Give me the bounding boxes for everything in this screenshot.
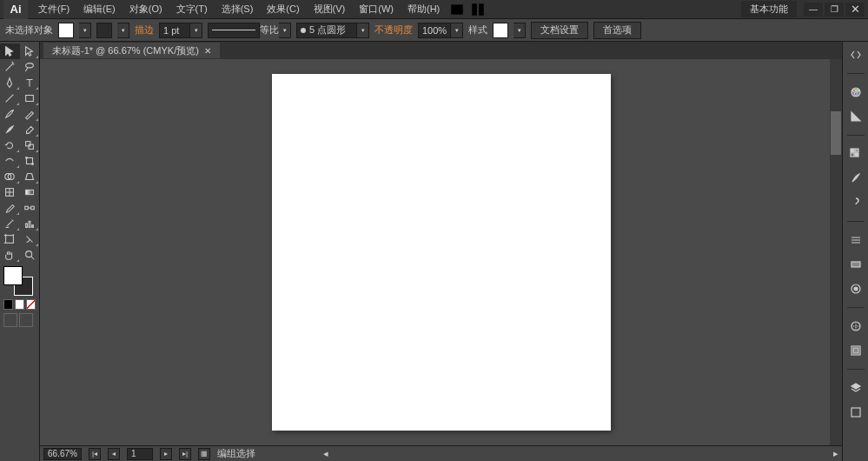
svg-point-8 (25, 157, 27, 159)
status-nav-right[interactable]: ▸ (833, 448, 838, 459)
rectangle-tool[interactable] (20, 90, 40, 106)
zoom-tool[interactable] (20, 247, 40, 263)
artboards-panel-icon[interactable] (846, 403, 865, 422)
stroke-panel-icon[interactable] (846, 230, 865, 250)
menu-object[interactable]: 对象(O) (123, 0, 169, 19)
mesh-tool[interactable] (0, 184, 20, 200)
window-maximize[interactable]: ❐ (825, 3, 844, 17)
status-nav-left[interactable]: ◂ (323, 448, 328, 459)
prefs-button[interactable]: 首选项 (593, 22, 641, 39)
graphic-styles-panel-icon[interactable] (846, 341, 865, 360)
color-mode-none[interactable] (26, 299, 36, 310)
artboard-number[interactable]: 1 (127, 448, 153, 460)
blend-tool[interactable] (20, 200, 40, 216)
blob-brush-tool[interactable] (0, 122, 20, 137)
first-artboard-btn[interactable]: |◂ (89, 448, 101, 460)
gradient-panel-icon[interactable] (846, 255, 865, 274)
menu-view[interactable]: 视图(V) (307, 0, 353, 19)
artboard-tool[interactable] (0, 231, 20, 247)
brushes-panel-icon[interactable] (846, 169, 865, 188)
opacity-input[interactable]: 100% (418, 23, 451, 38)
close-tab-icon[interactable]: ✕ (204, 46, 211, 56)
align-icon[interactable] (649, 23, 665, 38)
menu-help[interactable]: 帮助(H) (401, 0, 447, 19)
symbol-sprayer-tool[interactable] (0, 216, 20, 231)
workspace-switcher[interactable]: 基本功能 (741, 1, 797, 17)
doc-setup-button[interactable]: 文档设置 (531, 22, 588, 39)
pen-tool[interactable] (0, 75, 20, 90)
fill-stroke-colors[interactable] (0, 263, 39, 297)
symbols-panel-icon[interactable] (846, 193, 865, 212)
color-panel-icon[interactable] (846, 83, 865, 102)
vertical-scrollbar[interactable] (830, 59, 842, 445)
zoom-level[interactable]: 66.67% (43, 448, 82, 460)
menu-edit[interactable]: 编辑(E) (76, 0, 123, 19)
status-bar: 66.67% |◂ ◂ 1 ▸ ▸| ▦ 编组选择 ◂ ▸ (40, 445, 842, 461)
profile-dd[interactable]: ▾ (279, 23, 291, 38)
document-tab[interactable]: 未标题-1* @ 66.67% (CMYK/预览) ✕ (43, 43, 220, 58)
lasso-tool[interactable] (20, 59, 40, 75)
body-row: 未标题-1* @ 66.67% (CMYK/预览) ✕ 66.67% |◂ ◂ … (0, 42, 868, 461)
rotate-tool[interactable] (0, 137, 20, 153)
window-minimize[interactable]: — (804, 3, 823, 17)
stroke-swatch[interactable] (96, 23, 112, 38)
pencil-tool[interactable] (20, 106, 40, 122)
artboard-nav-icon[interactable]: ▦ (198, 448, 210, 460)
artboard (272, 74, 611, 431)
scale-tool[interactable] (20, 137, 40, 153)
window-close[interactable]: ✕ (845, 3, 865, 17)
appearance-panel-icon[interactable] (846, 317, 865, 336)
menu-type[interactable]: 文字(T) (169, 0, 215, 19)
gradient-tool[interactable] (20, 184, 40, 200)
color-mode-solid[interactable] (3, 299, 13, 310)
color-mode-gradient[interactable] (15, 299, 24, 310)
style-swatch[interactable] (493, 23, 508, 38)
next-artboard-btn[interactable]: ▸ (160, 448, 172, 460)
draw-normal[interactable] (3, 313, 17, 327)
eyedropper-tool[interactable] (0, 200, 20, 216)
menu-effect[interactable]: 效果(C) (260, 0, 306, 19)
draw-behind[interactable] (19, 313, 33, 327)
menu-window[interactable]: 窗口(W) (352, 0, 401, 19)
slice-tool[interactable] (20, 231, 40, 247)
perspective-grid-tool[interactable] (20, 169, 40, 184)
hand-tool[interactable] (0, 247, 20, 263)
prev-artboard-btn[interactable]: ◂ (108, 448, 120, 460)
transparency-panel-icon[interactable] (846, 279, 865, 298)
no-selection-label: 未选择对象 (5, 23, 53, 37)
opacity-dd[interactable]: ▾ (451, 23, 463, 38)
width-tool[interactable] (0, 153, 20, 169)
shape-builder-tool[interactable] (0, 169, 20, 184)
stroke-width-input[interactable]: 1 pt (159, 23, 190, 38)
color-guide-panel-icon[interactable] (846, 107, 865, 126)
layers-panel-icon[interactable] (846, 378, 865, 398)
swatches-panel-icon[interactable] (846, 144, 865, 164)
free-transform-tool[interactable] (20, 153, 40, 169)
panel-menu-icon[interactable] (845, 23, 860, 38)
direct-selection-tool[interactable] (20, 43, 40, 59)
scrollbar-thumb[interactable] (831, 111, 841, 155)
type-tool[interactable] (20, 75, 40, 90)
paintbrush-tool[interactable] (0, 106, 20, 122)
style-dd[interactable]: ▾ (514, 23, 526, 38)
expand-panels-icon[interactable] (846, 45, 865, 64)
menu-select[interactable]: 选择(S) (215, 0, 261, 19)
column-graph-tool[interactable] (20, 216, 40, 231)
last-artboard-btn[interactable]: ▸| (179, 448, 191, 460)
stroke-width-dd[interactable]: ▾ (190, 23, 202, 38)
magic-wand-tool[interactable] (0, 59, 20, 75)
fill-swatch[interactable] (58, 23, 74, 38)
selection-tool[interactable] (0, 43, 20, 59)
svg-rect-14 (25, 206, 29, 210)
line-tool[interactable] (0, 90, 20, 106)
brush-input[interactable]: 5 点圆形 (296, 23, 357, 38)
fill-dropdown[interactable]: ▾ (79, 23, 91, 38)
stroke-dropdown[interactable]: ▾ (117, 23, 129, 38)
canvas-area[interactable] (40, 59, 842, 445)
bridge-icon[interactable] (449, 2, 465, 17)
eraser-tool[interactable] (20, 122, 40, 137)
brush-dd[interactable]: ▾ (357, 23, 369, 38)
menu-file[interactable]: 文件(F) (31, 0, 76, 19)
arrange-icon[interactable] (470, 2, 486, 17)
profile-sample[interactable] (208, 23, 260, 38)
